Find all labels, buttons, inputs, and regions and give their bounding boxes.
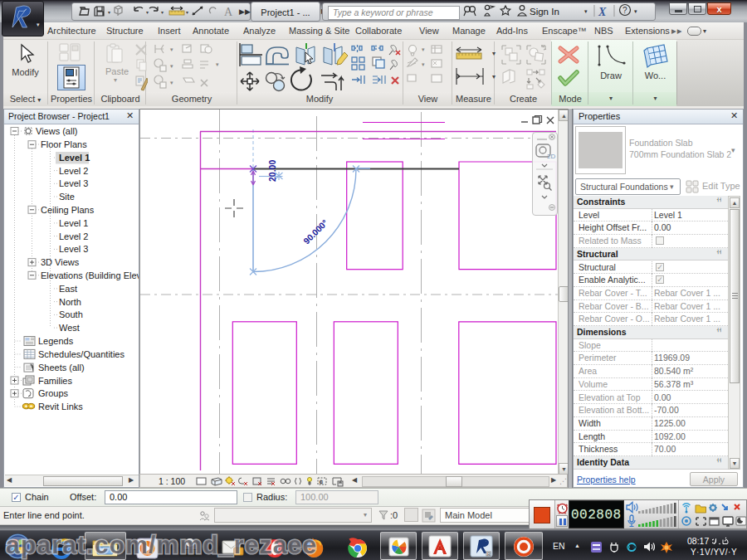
svg-text:▾: ▾ (584, 8, 588, 14)
svg-text:Groups: Groups (38, 388, 69, 398)
svg-text:Schedules/Quantities: Schedules/Quantities (38, 349, 124, 359)
svg-text:Level 3: Level 3 (59, 244, 88, 254)
svg-text:Level 2: Level 2 (59, 166, 88, 176)
svg-text:Level 3: Level 3 (59, 178, 88, 188)
svg-text:Level 2: Level 2 (59, 231, 88, 241)
svg-text:▾: ▾ (108, 10, 110, 15)
svg-text:Revit Links: Revit Links (38, 402, 83, 411)
svg-text:▾: ▾ (170, 63, 173, 69)
svg-text:Families: Families (38, 376, 72, 386)
svg-text:Floor Plans: Floor Plans (41, 139, 87, 149)
svg-text:Views (all): Views (all) (36, 126, 78, 136)
svg-text:Level 1: Level 1 (59, 153, 90, 163)
svg-text:▾: ▾ (170, 46, 173, 52)
svg-text:Site: Site (59, 192, 75, 202)
svg-text:▾: ▾ (216, 61, 219, 67)
svg-text:South: South (59, 309, 83, 319)
svg-text:East: East (59, 284, 77, 294)
svg-text:▾: ▾ (186, 10, 188, 15)
svg-text:▶▶: ▶▶ (239, 7, 251, 16)
svg-text:Level 1: Level 1 (59, 218, 88, 228)
svg-text:Legends: Legends (38, 336, 74, 346)
svg-text:Sheets (all): Sheets (all) (38, 363, 85, 373)
svg-text:▾: ▾ (146, 10, 149, 15)
svg-text:2D: 2D (547, 153, 555, 160)
svg-text:North: North (59, 297, 81, 307)
svg-text:▾: ▾ (422, 46, 425, 52)
svg-text:Elevations (Building Elev: Elevations (Building Elev (41, 270, 139, 280)
svg-text:3D Views: 3D Views (41, 257, 80, 267)
svg-text:A: A (224, 6, 233, 18)
svg-text:?: ? (622, 6, 627, 15)
svg-text:Ceiling Plans: Ceiling Plans (41, 205, 95, 215)
svg-text:▾: ▾ (422, 61, 425, 67)
svg-text:X: X (598, 6, 607, 18)
svg-text:c: c (320, 479, 323, 485)
svg-text:▾: ▾ (170, 80, 173, 85)
svg-text:West: West (59, 323, 80, 333)
svg-text:Sign In: Sign In (530, 7, 559, 17)
svg-text:20.00: 20.00 (267, 160, 277, 182)
svg-text:▾: ▾ (634, 8, 637, 14)
svg-text:R: R (487, 552, 491, 557)
svg-text:▾: ▾ (161, 10, 164, 15)
